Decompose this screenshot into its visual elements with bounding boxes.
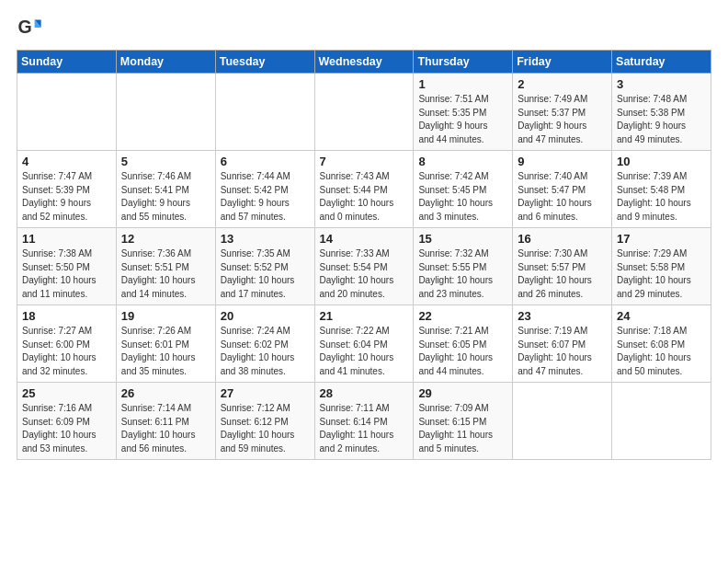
day-cell: 11Sunrise: 7:38 AM Sunset: 5:50 PM Dayli… xyxy=(17,228,117,305)
day-cell: 13Sunrise: 7:35 AM Sunset: 5:52 PM Dayli… xyxy=(215,228,314,305)
day-info: Sunrise: 7:16 AM Sunset: 6:09 PM Dayligh… xyxy=(22,403,97,454)
day-cell: 12Sunrise: 7:36 AM Sunset: 5:51 PM Dayli… xyxy=(116,228,215,305)
day-cell: 29Sunrise: 7:09 AM Sunset: 6:15 PM Dayli… xyxy=(414,383,513,460)
day-number: 14 xyxy=(320,232,409,246)
weekday-header-thursday: Thursday xyxy=(414,51,513,74)
weekday-header-friday: Friday xyxy=(513,51,612,74)
day-number: 10 xyxy=(617,155,706,168)
day-info: Sunrise: 7:35 AM Sunset: 5:52 PM Dayligh… xyxy=(221,248,295,299)
day-info: Sunrise: 7:43 AM Sunset: 5:44 PM Dayligh… xyxy=(320,171,394,222)
day-number: 20 xyxy=(221,309,310,323)
day-number: 17 xyxy=(617,232,706,246)
day-info: Sunrise: 7:40 AM Sunset: 5:47 PM Dayligh… xyxy=(518,171,592,222)
day-cell xyxy=(314,74,414,151)
day-info: Sunrise: 7:47 AM Sunset: 5:39 PM Dayligh… xyxy=(22,171,92,222)
day-info: Sunrise: 7:26 AM Sunset: 6:01 PM Dayligh… xyxy=(121,326,196,376)
day-cell xyxy=(116,74,215,151)
day-number: 19 xyxy=(121,309,210,323)
day-cell xyxy=(513,383,612,460)
day-info: Sunrise: 7:09 AM Sunset: 6:15 PM Dayligh… xyxy=(418,403,493,454)
weekday-header-monday: Monday xyxy=(116,51,215,74)
day-number: 1 xyxy=(418,77,507,91)
day-cell: 24Sunrise: 7:18 AM Sunset: 6:08 PM Dayli… xyxy=(612,305,711,383)
week-row-5: 25Sunrise: 7:16 AM Sunset: 6:09 PM Dayli… xyxy=(17,383,711,460)
day-number: 21 xyxy=(320,309,409,323)
calendar-table: SundayMondayTuesdayWednesdayThursdayFrid… xyxy=(17,50,711,460)
week-row-4: 18Sunrise: 7:27 AM Sunset: 6:00 PM Dayli… xyxy=(17,305,711,383)
day-info: Sunrise: 7:18 AM Sunset: 6:08 PM Dayligh… xyxy=(617,326,691,376)
day-cell: 27Sunrise: 7:12 AM Sunset: 6:12 PM Dayli… xyxy=(215,383,314,460)
day-info: Sunrise: 7:39 AM Sunset: 5:48 PM Dayligh… xyxy=(617,171,691,222)
day-cell: 8Sunrise: 7:42 AM Sunset: 5:45 PM Daylig… xyxy=(414,151,513,228)
day-number: 24 xyxy=(617,309,706,323)
weekday-header-row: SundayMondayTuesdayWednesdayThursdayFrid… xyxy=(17,51,711,74)
day-info: Sunrise: 7:38 AM Sunset: 5:50 PM Dayligh… xyxy=(22,248,97,299)
day-number: 4 xyxy=(22,155,111,168)
day-cell: 21Sunrise: 7:22 AM Sunset: 6:04 PM Dayli… xyxy=(314,305,414,383)
day-cell: 18Sunrise: 7:27 AM Sunset: 6:00 PM Dayli… xyxy=(17,305,117,383)
week-row-1: 1Sunrise: 7:51 AM Sunset: 5:35 PM Daylig… xyxy=(17,74,711,151)
day-cell: 1Sunrise: 7:51 AM Sunset: 5:35 PM Daylig… xyxy=(414,74,513,151)
day-number: 26 xyxy=(121,386,210,400)
weekday-header-sunday: Sunday xyxy=(17,51,117,74)
day-cell: 14Sunrise: 7:33 AM Sunset: 5:54 PM Dayli… xyxy=(314,228,414,305)
day-number: 8 xyxy=(418,155,507,168)
day-info: Sunrise: 7:51 AM Sunset: 5:35 PM Dayligh… xyxy=(418,94,488,144)
day-info: Sunrise: 7:42 AM Sunset: 5:45 PM Dayligh… xyxy=(418,171,493,222)
day-number: 23 xyxy=(518,309,607,323)
day-info: Sunrise: 7:14 AM Sunset: 6:11 PM Dayligh… xyxy=(121,403,196,454)
header: G xyxy=(17,15,711,40)
day-number: 29 xyxy=(418,386,507,400)
day-cell: 9Sunrise: 7:40 AM Sunset: 5:47 PM Daylig… xyxy=(513,151,612,228)
calendar-page: G SundayMondayTuesdayWednesdayThursdayFr… xyxy=(0,0,728,563)
day-number: 15 xyxy=(418,232,507,246)
day-info: Sunrise: 7:30 AM Sunset: 5:57 PM Dayligh… xyxy=(518,248,592,299)
day-number: 11 xyxy=(22,232,111,246)
day-info: Sunrise: 7:27 AM Sunset: 6:00 PM Dayligh… xyxy=(22,326,97,376)
logo-icon: G xyxy=(17,15,42,40)
day-cell: 3Sunrise: 7:48 AM Sunset: 5:38 PM Daylig… xyxy=(612,74,711,151)
day-cell xyxy=(612,383,711,460)
weekday-header-tuesday: Tuesday xyxy=(215,51,314,74)
day-cell: 7Sunrise: 7:43 AM Sunset: 5:44 PM Daylig… xyxy=(314,151,414,228)
day-cell: 28Sunrise: 7:11 AM Sunset: 6:14 PM Dayli… xyxy=(314,383,414,460)
day-number: 28 xyxy=(320,386,409,400)
day-info: Sunrise: 7:11 AM Sunset: 6:14 PM Dayligh… xyxy=(320,403,394,454)
day-number: 7 xyxy=(320,155,409,168)
day-cell: 20Sunrise: 7:24 AM Sunset: 6:02 PM Dayli… xyxy=(215,305,314,383)
day-cell: 2Sunrise: 7:49 AM Sunset: 5:37 PM Daylig… xyxy=(513,74,612,151)
day-info: Sunrise: 7:29 AM Sunset: 5:58 PM Dayligh… xyxy=(617,248,691,299)
weekday-header-wednesday: Wednesday xyxy=(314,51,414,74)
day-cell xyxy=(17,74,117,151)
day-info: Sunrise: 7:44 AM Sunset: 5:42 PM Dayligh… xyxy=(221,171,290,222)
day-number: 6 xyxy=(221,155,310,168)
day-cell: 17Sunrise: 7:29 AM Sunset: 5:58 PM Dayli… xyxy=(612,228,711,305)
week-row-3: 11Sunrise: 7:38 AM Sunset: 5:50 PM Dayli… xyxy=(17,228,711,305)
day-cell: 15Sunrise: 7:32 AM Sunset: 5:55 PM Dayli… xyxy=(414,228,513,305)
day-number: 16 xyxy=(518,232,607,246)
day-cell: 23Sunrise: 7:19 AM Sunset: 6:07 PM Dayli… xyxy=(513,305,612,383)
day-info: Sunrise: 7:12 AM Sunset: 6:12 PM Dayligh… xyxy=(221,403,295,454)
day-number: 25 xyxy=(22,386,111,400)
day-number: 2 xyxy=(518,77,607,91)
day-cell: 22Sunrise: 7:21 AM Sunset: 6:05 PM Dayli… xyxy=(414,305,513,383)
day-info: Sunrise: 7:49 AM Sunset: 5:37 PM Dayligh… xyxy=(518,94,587,144)
day-number: 9 xyxy=(518,155,607,168)
day-cell: 19Sunrise: 7:26 AM Sunset: 6:01 PM Dayli… xyxy=(116,305,215,383)
day-info: Sunrise: 7:22 AM Sunset: 6:04 PM Dayligh… xyxy=(320,326,394,376)
day-info: Sunrise: 7:24 AM Sunset: 6:02 PM Dayligh… xyxy=(221,326,295,376)
day-info: Sunrise: 7:48 AM Sunset: 5:38 PM Dayligh… xyxy=(617,94,687,144)
day-number: 13 xyxy=(221,232,310,246)
day-number: 27 xyxy=(221,386,310,400)
svg-text:G: G xyxy=(17,17,31,37)
day-number: 3 xyxy=(617,77,706,91)
day-cell: 6Sunrise: 7:44 AM Sunset: 5:42 PM Daylig… xyxy=(215,151,314,228)
day-number: 12 xyxy=(121,232,210,246)
day-info: Sunrise: 7:36 AM Sunset: 5:51 PM Dayligh… xyxy=(121,248,196,299)
day-info: Sunrise: 7:46 AM Sunset: 5:41 PM Dayligh… xyxy=(121,171,191,222)
day-cell: 25Sunrise: 7:16 AM Sunset: 6:09 PM Dayli… xyxy=(17,383,117,460)
day-number: 18 xyxy=(22,309,111,323)
day-cell: 10Sunrise: 7:39 AM Sunset: 5:48 PM Dayli… xyxy=(612,151,711,228)
weekday-header-saturday: Saturday xyxy=(612,51,711,74)
day-cell: 4Sunrise: 7:47 AM Sunset: 5:39 PM Daylig… xyxy=(17,151,117,228)
